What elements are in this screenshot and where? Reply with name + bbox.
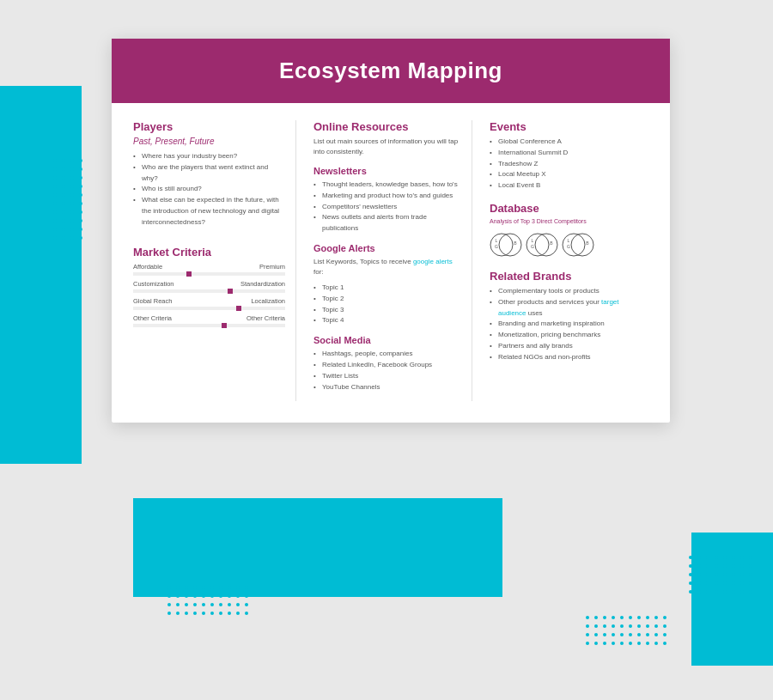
event-item-3: Tradeshow Z bbox=[490, 159, 648, 170]
svg-point-5 bbox=[526, 234, 549, 256]
events-section: Events Global Conference A International… bbox=[490, 120, 648, 192]
brand-item-6: Related NGOs and non-profits bbox=[490, 352, 648, 363]
events-title: Events bbox=[490, 120, 648, 133]
google-alerts-title: Google Alerts bbox=[313, 243, 461, 253]
market-bar-3 bbox=[133, 307, 285, 310]
venn-diagrams: L G B L G B bbox=[490, 228, 648, 261]
market-row-1-labels: Affordable Premium bbox=[133, 263, 285, 271]
market-criteria-title: Market Criteria bbox=[133, 246, 285, 259]
document-title: Ecosystem Mapping bbox=[137, 58, 644, 84]
google-topics-list: Topic 1 Topic 2 Topic 3 Topic 4 bbox=[313, 283, 461, 326]
topic-1: Topic 1 bbox=[313, 283, 461, 294]
market-label-affordable: Affordable bbox=[133, 263, 162, 271]
topic-4: Topic 4 bbox=[313, 315, 461, 326]
teal-bg-bottom bbox=[133, 498, 502, 597]
players-item-3: Who is still around? bbox=[133, 184, 285, 195]
column-left: Players Past, Present, Future Where has … bbox=[133, 120, 296, 401]
newsletters-title: Newsletters bbox=[313, 166, 461, 176]
market-label-global-reach: Global Reach bbox=[133, 297, 172, 305]
svg-point-10 bbox=[563, 234, 585, 256]
market-criteria-section: Market Criteria Affordable Premium Custo… bbox=[133, 246, 285, 327]
brand-item-3: Branding and marketing inspiration bbox=[490, 319, 648, 330]
brand-item-2: Other products and services your target … bbox=[490, 297, 648, 320]
svg-text:L: L bbox=[496, 238, 498, 243]
google-alerts-link: google alerts bbox=[413, 258, 453, 265]
topic-3: Topic 3 bbox=[313, 305, 461, 316]
market-label-other-left: Other Criteria bbox=[133, 314, 172, 322]
social-media-title: Social Media bbox=[313, 335, 461, 345]
newsletter-item-3: Competitors' newsletters bbox=[313, 202, 461, 213]
market-indicator-1 bbox=[186, 271, 192, 277]
social-item-2: Related LinkedIn, Facebook Groups bbox=[313, 360, 461, 371]
google-alerts-desc: List Keywords, Topics to receive google … bbox=[313, 257, 461, 277]
svg-text:B: B bbox=[514, 240, 517, 246]
svg-text:G: G bbox=[495, 244, 498, 249]
related-brands-section: Related Brands Complementary tools or pr… bbox=[490, 270, 648, 363]
database-title: Database bbox=[490, 202, 648, 215]
market-label-premium: Premium bbox=[259, 263, 285, 271]
svg-text:G: G bbox=[567, 244, 570, 249]
event-item-5: Local Event B bbox=[490, 180, 648, 192]
document-body: Players Past, Present, Future Where has … bbox=[112, 103, 670, 423]
svg-point-11 bbox=[571, 234, 593, 256]
venn-3: L G B bbox=[562, 228, 594, 261]
market-indicator-3 bbox=[236, 306, 241, 311]
newsletter-item-2: Marketing and product how to's and guide… bbox=[313, 191, 461, 202]
newsletters-list: Thought leaders, knowledge bases, how to… bbox=[313, 180, 461, 234]
market-label-other-right: Other Criteria bbox=[247, 314, 285, 322]
svg-text:B: B bbox=[550, 240, 553, 246]
event-item-4: Local Meetup X bbox=[490, 169, 648, 180]
svg-text:G: G bbox=[531, 244, 534, 249]
players-item-1: Where has your industry been? bbox=[133, 151, 285, 162]
teal-bg-bottom-right bbox=[691, 533, 773, 666]
brand-item-1: Complementary tools or products bbox=[490, 286, 648, 297]
teal-bg-left bbox=[0, 86, 82, 464]
venn-1: L G B bbox=[490, 228, 522, 261]
venn-2: L G B bbox=[526, 228, 558, 261]
players-item-2: Who are the players that went extinct an… bbox=[133, 162, 285, 185]
market-bar-2 bbox=[133, 289, 285, 293]
market-bar-4 bbox=[133, 324, 285, 327]
players-title: Players bbox=[133, 120, 285, 133]
svg-point-0 bbox=[490, 234, 513, 256]
market-row-4-labels: Other Criteria Other Criteria bbox=[133, 314, 285, 322]
players-list: Where has your industry been? Who are th… bbox=[133, 151, 285, 228]
market-row-3-labels: Global Reach Localization bbox=[133, 297, 285, 305]
column-middle: Online Resources List out main sources o… bbox=[309, 120, 472, 401]
market-label-standardization: Standardization bbox=[240, 280, 285, 288]
event-item-2: International Summit D bbox=[490, 148, 648, 159]
document: Ecosystem Mapping Players Past, Present,… bbox=[112, 39, 670, 423]
social-item-1: Hashtags, people, companies bbox=[313, 349, 461, 360]
market-row-2-labels: Customization Standardization bbox=[133, 280, 285, 288]
column-right: Events Global Conference A International… bbox=[485, 120, 648, 401]
social-media-list: Hashtags, people, companies Related Link… bbox=[313, 349, 461, 393]
dots-left bbox=[53, 159, 86, 243]
newsletter-item-1: Thought leaders, knowledge bases, how to… bbox=[313, 180, 461, 191]
social-media-section: Social Media Hashtags, people, companies… bbox=[313, 335, 461, 393]
market-indicator-4 bbox=[222, 323, 227, 328]
related-brands-title: Related Brands bbox=[490, 270, 648, 283]
svg-text:B: B bbox=[586, 240, 589, 246]
market-label-customization: Customization bbox=[133, 280, 174, 288]
social-item-4: YouTube Channels bbox=[313, 382, 461, 393]
dots-right bbox=[689, 556, 756, 597]
svg-text:L: L bbox=[532, 238, 534, 243]
topic-2: Topic 2 bbox=[313, 294, 461, 305]
online-resources-section: Online Resources List out main sources o… bbox=[313, 120, 461, 157]
svg-point-1 bbox=[499, 234, 521, 256]
dots-bottom-right bbox=[586, 616, 670, 648]
related-brands-list: Complementary tools or products Other pr… bbox=[490, 286, 648, 363]
google-alerts-section: Google Alerts List Keywords, Topics to r… bbox=[313, 243, 461, 326]
players-item-4: What else can be expected in the future,… bbox=[133, 195, 285, 228]
players-section: Players Past, Present, Future Where has … bbox=[133, 120, 285, 228]
online-resources-desc: List out main sources of information you… bbox=[313, 137, 461, 157]
event-item-1: Global Conference A bbox=[490, 137, 648, 148]
target-audience-link: target audience bbox=[498, 298, 619, 317]
market-indicator-2 bbox=[228, 289, 233, 294]
players-subtitle: Past, Present, Future bbox=[133, 137, 285, 146]
svg-point-6 bbox=[535, 234, 557, 256]
brand-item-5: Partners and ally brands bbox=[490, 341, 648, 352]
document-header: Ecosystem Mapping bbox=[112, 39, 670, 103]
newsletters-section: Newsletters Thought leaders, knowledge b… bbox=[313, 166, 461, 234]
online-resources-title: Online Resources bbox=[313, 120, 461, 133]
